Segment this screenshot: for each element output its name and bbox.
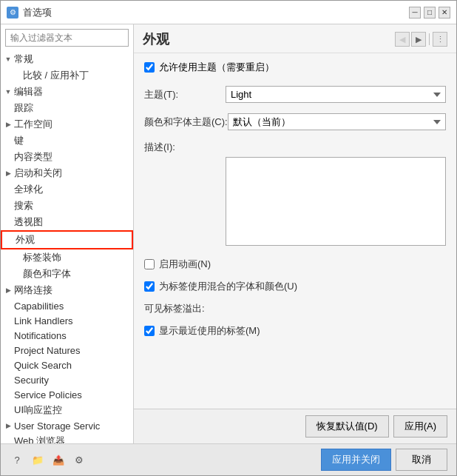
apply-button[interactable]: 应用(A) — [393, 415, 447, 438]
folder-icon[interactable]: 📁 — [30, 452, 45, 467]
tree-item-label-compare: 比较 / 应用补丁 — [23, 69, 89, 82]
cancel-button[interactable]: 取消 — [396, 449, 447, 471]
expand-arrow-startup[interactable]: ▶ — [4, 169, 13, 178]
nav-menu-button[interactable]: ⋮ — [433, 32, 447, 47]
tree-item-label-content-types: 内容类型 — [14, 150, 53, 164]
tree-item-label-capabilities: Capabilities — [14, 301, 64, 312]
footer-left: ? 📁 📤 ⚙ — [10, 452, 87, 467]
mixed-font-row: 为标签使用混合的字体和颜色(U) — [144, 280, 446, 293]
tree-item-startup[interactable]: ▶启动和关闭 — [1, 165, 133, 181]
title-bar: ⚙ 首选项 ─ □ ✕ — [1, 1, 456, 24]
tree-item-label-tracking: 跟踪 — [14, 101, 33, 115]
back-button[interactable]: ◀ — [395, 32, 410, 47]
tree-item-general[interactable]: ▼常规 — [1, 51, 133, 67]
recent-tags-label: 显示最近使用的标签(M) — [159, 324, 260, 338]
description-section: 描述(I): — [144, 141, 446, 252]
tree-item-quick-search[interactable]: Quick Search — [1, 358, 133, 372]
bottom-footer: ? 📁 📤 ⚙ 应用并关闭 取消 — [1, 443, 456, 475]
tree-item-editor[interactable]: ▼编辑器 — [1, 84, 133, 100]
tree-item-network[interactable]: ▶网络连接 — [1, 282, 133, 298]
window-controls: ─ □ ✕ — [409, 7, 450, 19]
export-icon[interactable]: 📤 — [51, 452, 66, 467]
bottom-bar: 恢复默认值(D) 应用(A) — [134, 409, 456, 443]
restore-defaults-button[interactable]: 恢复默认值(D) — [305, 415, 389, 438]
right-content: 允许使用主题（需要重启） 主题(T): LightDarkClassicHigh… — [134, 53, 456, 409]
tree-item-label-general: 常规 — [14, 53, 33, 66]
theme-select[interactable]: LightDarkClassicHigh Contrast — [226, 86, 446, 103]
tree-item-label-startup: 启动和关闭 — [14, 167, 62, 180]
tree-item-globalization[interactable]: 全球化 — [1, 181, 133, 198]
right-panel-title: 外观 — [143, 30, 169, 48]
expand-arrow-general[interactable]: ▼ — [4, 55, 13, 64]
footer-right: 应用并关闭 取消 — [321, 449, 447, 471]
tree-item-label-workspace: 工作空间 — [14, 118, 53, 131]
mixed-font-label: 为标签使用混合的字体和颜色(U) — [159, 280, 297, 293]
tree-item-label-perspective: 透视图 — [14, 215, 43, 229]
tree-item-label-keys: 键 — [14, 134, 24, 147]
tree-item-label-quick-search: Quick Search — [14, 360, 72, 371]
tree-item-capabilities[interactable]: Capabilities — [1, 298, 133, 313]
tree-item-label-color-font: 颜色和字体 — [23, 267, 71, 281]
tree-item-content-types[interactable]: 内容类型 — [1, 149, 133, 165]
animation-label: 启用动画(N) — [159, 258, 211, 271]
tree-item-label-network: 网络连接 — [14, 284, 53, 297]
tree-item-label-notifications: Notifications — [14, 330, 67, 341]
maximize-button[interactable]: □ — [424, 7, 436, 19]
close-button[interactable]: ✕ — [439, 7, 450, 19]
tree-item-workspace[interactable]: ▶工作空间 — [1, 116, 133, 133]
nav-buttons: ◀ ▶ ⋮ — [395, 32, 447, 47]
right-panel: 外观 ◀ ▶ ⋮ 允许使用主题（需要重启） 主题(T): — [134, 24, 456, 443]
help-icon[interactable]: ? — [10, 452, 24, 467]
tree-item-label-link-handlers: Link Handlers — [14, 315, 73, 326]
tree-item-web-browser[interactable]: Web 浏览器 — [1, 433, 133, 443]
color-font-label: 颜色和字体主题(C): — [144, 115, 228, 129]
recent-tags-row: 显示最近使用的标签(M) — [144, 324, 446, 338]
description-label: 描述(I): — [144, 141, 446, 154]
content-area: ▼常规比较 / 应用补丁▼编辑器跟踪▶工作空间键内容类型▶启动和关闭全球化搜索透… — [1, 24, 456, 443]
tree-item-link-handlers[interactable]: Link Handlers — [1, 313, 133, 328]
description-box — [226, 157, 446, 246]
recent-tags-checkbox[interactable] — [144, 326, 155, 336]
use-theme-checkbox[interactable] — [144, 62, 155, 73]
tree-item-ui-monitor[interactable]: UI响应监控 — [1, 402, 133, 418]
animation-row: 启用动画(N) — [144, 258, 446, 271]
nav-separator — [429, 33, 430, 45]
animation-checkbox[interactable] — [144, 259, 155, 269]
tree-item-security[interactable]: Security — [1, 372, 133, 387]
tree-item-label-web-browser: Web 浏览器 — [14, 435, 65, 443]
mixed-font-checkbox[interactable] — [144, 281, 155, 292]
expand-arrow-user-storage[interactable]: ▶ — [4, 421, 13, 430]
expand-arrow-network[interactable]: ▶ — [4, 286, 13, 295]
tree-container: ▼常规比较 / 应用补丁▼编辑器跟踪▶工作空间键内容类型▶启动和关闭全球化搜索透… — [1, 51, 133, 443]
tree-item-label-project-natures: Project Natures — [14, 345, 81, 356]
tree-item-appearance[interactable]: 外观 — [1, 230, 133, 249]
tree-item-project-natures[interactable]: Project Natures — [1, 343, 133, 358]
right-header: 外观 ◀ ▶ ⋮ — [134, 24, 456, 53]
filter-input[interactable] — [5, 29, 129, 47]
apply-close-button[interactable]: 应用并关闭 — [321, 449, 391, 471]
tree-item-perspective[interactable]: 透视图 — [1, 214, 133, 230]
tree-item-label-search: 搜索 — [14, 199, 33, 212]
expand-arrow-editor[interactable]: ▼ — [4, 87, 13, 96]
tree-item-service-policies[interactable]: Service Policies — [1, 387, 133, 402]
use-theme-label: 允许使用主题（需要重启） — [159, 61, 274, 74]
tree-item-tracking[interactable]: 跟踪 — [1, 100, 133, 116]
settings-icon[interactable]: ⚙ — [72, 452, 87, 467]
preferences-window: ⚙ 首选项 ─ □ ✕ ▼常规比较 / 应用补丁▼编辑器跟踪▶工作空间键内容类型… — [0, 0, 457, 476]
tree-item-notifications[interactable]: Notifications — [1, 328, 133, 343]
tree-item-compare[interactable]: 比较 / 应用补丁 — [1, 67, 133, 84]
forward-button[interactable]: ▶ — [411, 32, 426, 47]
window-icon: ⚙ — [7, 7, 18, 19]
minimize-button[interactable]: ─ — [409, 7, 421, 19]
tree-item-label-security: Security — [14, 375, 49, 386]
tree-item-label-tab-decoration: 标签装饰 — [23, 251, 61, 264]
tree-item-label-ui-monitor: UI响应监控 — [14, 403, 62, 417]
tree-item-tab-decoration[interactable]: 标签装饰 — [1, 249, 133, 266]
tree-item-keys[interactable]: 键 — [1, 133, 133, 149]
tree-item-color-font[interactable]: 颜色和字体 — [1, 266, 133, 282]
expand-arrow-workspace[interactable]: ▶ — [4, 120, 13, 129]
color-font-select[interactable]: 默认（当前） — [228, 113, 446, 130]
tree-item-search[interactable]: 搜索 — [1, 198, 133, 214]
theme-row: 主题(T): LightDarkClassicHigh Contrast — [144, 86, 446, 103]
tree-item-user-storage[interactable]: ▶User Storage Servic — [1, 418, 133, 433]
